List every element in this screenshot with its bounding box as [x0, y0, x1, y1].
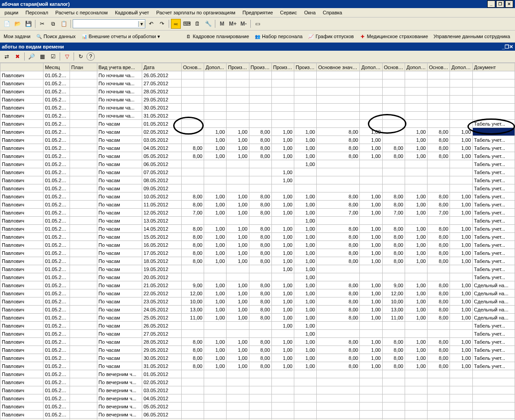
- cell[interactable]: 05.05.2012: [142, 152, 182, 160]
- cell[interactable]: 06.05.2012: [142, 411, 182, 419]
- cell[interactable]: По часам: [97, 314, 142, 322]
- cell[interactable]: [450, 322, 472, 330]
- cell[interactable]: [382, 79, 405, 88]
- cell[interactable]: [428, 402, 450, 411]
- cell[interactable]: [382, 104, 405, 112]
- external-reports-button[interactable]: 📊Внешние отчеты и обработки ▾: [79, 33, 162, 40]
- cell[interactable]: 8,00: [317, 298, 360, 306]
- cell[interactable]: 1,00: [271, 128, 294, 136]
- cell[interactable]: [450, 112, 472, 120]
- cell[interactable]: По часам: [97, 217, 142, 225]
- cell[interactable]: 1,00: [450, 346, 472, 354]
- cell[interactable]: Павлович: [0, 184, 44, 192]
- cell[interactable]: [227, 322, 249, 330]
- cell[interactable]: 1,00: [294, 362, 317, 370]
- grid-delete-icon[interactable]: ✖: [13, 52, 22, 61]
- cell[interactable]: 8,00: [382, 233, 405, 241]
- cell[interactable]: По вечерним ч...: [97, 411, 142, 419]
- cell[interactable]: 8,00: [317, 233, 360, 241]
- cell[interactable]: [317, 370, 360, 378]
- cell[interactable]: По часам: [97, 330, 142, 338]
- cell[interactable]: [70, 152, 97, 160]
- cell[interactable]: [271, 402, 294, 411]
- cell[interactable]: 8,00: [317, 257, 360, 265]
- cell[interactable]: 8,00: [249, 192, 271, 201]
- cell[interactable]: 1,00: [271, 354, 294, 362]
- cell[interactable]: [204, 394, 227, 402]
- cell[interactable]: [450, 79, 472, 88]
- cell[interactable]: [70, 419, 97, 420]
- cell[interactable]: 1,00: [204, 201, 227, 209]
- maximize-button[interactable]: ❐: [496, 0, 504, 8]
- cell[interactable]: [428, 330, 450, 338]
- cell[interactable]: 01.05.2012: [44, 104, 70, 112]
- table-row[interactable]: Павлович01.05.2012По часам30.05.20128,00…: [0, 354, 515, 362]
- cell[interactable]: 1,00: [294, 201, 317, 209]
- cell[interactable]: 1,00: [204, 289, 227, 298]
- cell[interactable]: [382, 370, 405, 378]
- menu-item-5[interactable]: Предприятие: [240, 9, 276, 16]
- cell[interactable]: [360, 112, 382, 120]
- cell[interactable]: По вечерним ч...: [97, 386, 142, 394]
- recruitment-button[interactable]: 👥Набор персонала: [253, 33, 304, 40]
- cell[interactable]: 29.05.2012: [142, 96, 182, 104]
- table-row[interactable]: Павлович01.05.2012По вечерним ч...02.05.…: [0, 378, 515, 386]
- cell[interactable]: 8,00: [181, 362, 204, 370]
- cell[interactable]: [227, 79, 249, 88]
- cell[interactable]: [249, 265, 271, 273]
- cell[interactable]: [450, 168, 472, 176]
- cell[interactable]: [227, 88, 249, 96]
- cell[interactable]: Павлович: [0, 168, 44, 176]
- cell[interactable]: [271, 120, 294, 128]
- column-header[interactable]: Основн...: [382, 63, 405, 71]
- cell[interactable]: Павлович: [0, 71, 44, 79]
- cell[interactable]: [294, 419, 317, 420]
- cell[interactable]: 8,00: [428, 249, 450, 257]
- cell[interactable]: [181, 160, 204, 168]
- cell[interactable]: [450, 96, 472, 104]
- paste-icon[interactable]: 📋: [59, 19, 69, 29]
- cell[interactable]: 14.05.2012: [142, 225, 182, 233]
- cell[interactable]: [450, 386, 472, 394]
- cell[interactable]: 03.05.2012: [142, 386, 182, 394]
- menu-item-6[interactable]: Сервис: [277, 9, 300, 16]
- cell[interactable]: 01.05.2012: [44, 160, 70, 168]
- cell[interactable]: 01.05.2012: [44, 79, 70, 88]
- cell[interactable]: 1,00: [450, 281, 472, 289]
- cell[interactable]: По часам: [97, 233, 142, 241]
- cell[interactable]: 8,00: [249, 346, 271, 354]
- cell[interactable]: 1,00: [227, 192, 249, 201]
- cell[interactable]: 24.05.2012: [142, 306, 182, 314]
- cell[interactable]: [204, 378, 227, 386]
- cell[interactable]: 30.05.2012: [142, 104, 182, 112]
- cell[interactable]: [227, 330, 249, 338]
- cell[interactable]: 8,00: [382, 362, 405, 370]
- minimize-button[interactable]: _: [487, 0, 495, 8]
- cell[interactable]: 19.05.2012: [142, 265, 182, 273]
- cell[interactable]: [472, 419, 515, 420]
- cell[interactable]: [472, 411, 515, 419]
- cell[interactable]: [450, 370, 472, 378]
- cell[interactable]: 1,00: [204, 281, 227, 289]
- table-row[interactable]: Павлович01.05.2012По часам24.05.201213,0…: [0, 306, 515, 314]
- cell[interactable]: Павлович: [0, 217, 44, 225]
- cell[interactable]: 1,00: [271, 144, 294, 152]
- cell[interactable]: [204, 104, 227, 112]
- cell[interactable]: По часам: [97, 168, 142, 176]
- cell[interactable]: 01.05.2012: [44, 209, 70, 217]
- cell[interactable]: 1,00: [450, 201, 472, 209]
- cell[interactable]: [70, 120, 97, 128]
- cell[interactable]: 08.05.2012: [142, 176, 182, 184]
- column-header[interactable]: Основное значе...: [317, 63, 360, 71]
- cell[interactable]: [405, 370, 427, 378]
- cell[interactable]: Табель учет...: [472, 184, 515, 192]
- cell[interactable]: 01.05.2012: [44, 338, 70, 346]
- cell[interactable]: 1,00: [204, 128, 227, 136]
- cell[interactable]: [428, 88, 450, 96]
- cell[interactable]: [294, 112, 317, 120]
- table-row[interactable]: Павлович01.05.2012По часам21.05.20129,00…: [0, 281, 515, 289]
- cell[interactable]: 13,00: [181, 306, 204, 314]
- cell[interactable]: 1,00: [227, 306, 249, 314]
- cell[interactable]: [428, 184, 450, 192]
- cell[interactable]: [382, 411, 405, 419]
